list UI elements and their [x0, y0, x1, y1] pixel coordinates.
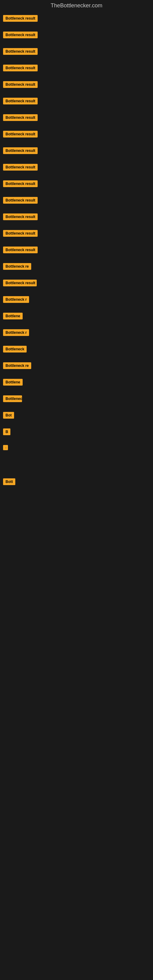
bottleneck-badge[interactable]: Bottleneck result: [3, 48, 38, 55]
list-item: Bottleneck result: [3, 161, 150, 178]
bottleneck-badge[interactable]: Bottleneck result: [3, 81, 38, 88]
list-item: Bottleneck result: [3, 79, 150, 95]
list-item: Bottlene: [3, 376, 150, 393]
list-item: Bottlene: [3, 310, 150, 327]
list-item: Bottleneck r: [3, 294, 150, 310]
blank-section: [3, 458, 150, 476]
list-item: Bottleneck result: [3, 13, 150, 29]
list-item: Bottleneck result: [3, 46, 150, 62]
list-item: Bottleneck result: [3, 112, 150, 128]
blank-section: [3, 492, 150, 584]
bottleneck-badge[interactable]: Bottleneck result: [3, 180, 38, 187]
list-item: Bottleneck result: [3, 194, 150, 211]
list-item: Bottleneck result: [3, 228, 150, 244]
bottleneck-badge[interactable]: Bottleneck result: [3, 15, 38, 22]
bottleneck-badge[interactable]: Bottleneck r: [3, 329, 29, 336]
list-item: Bottleneck result: [3, 244, 150, 261]
bottleneck-badge[interactable]: Bottleneck result: [3, 131, 38, 137]
list-item: B: [3, 426, 150, 442]
list-item: :: [3, 442, 150, 458]
bottleneck-badge[interactable]: Bottleneck result: [3, 98, 38, 105]
blank-section: [3, 676, 150, 768]
bottleneck-badge[interactable]: Bottleneck: [3, 346, 27, 353]
list-item: Bottleneck re: [3, 360, 150, 376]
blank-section: [3, 584, 150, 676]
bottleneck-badge[interactable]: Bottlene: [3, 379, 22, 385]
bottleneck-badge[interactable]: Bottleneck result: [3, 197, 38, 204]
bottleneck-badge[interactable]: Bottleneck result: [3, 230, 38, 237]
bottleneck-badge[interactable]: Bottleneck result: [3, 280, 37, 286]
bottleneck-badge[interactable]: Bottlene: [3, 313, 22, 320]
list-item: Bottleneck r: [3, 327, 150, 343]
bottleneck-badge[interactable]: Bott: [3, 478, 15, 485]
list-item: Bott: [3, 476, 150, 492]
list-item: Bottleneck result: [3, 277, 150, 294]
list-item: Bot: [3, 409, 150, 426]
list-item: Bottleneck: [3, 393, 150, 409]
list-item: Bottleneck result: [3, 29, 150, 46]
bottleneck-badge[interactable]: Bottleneck r: [3, 296, 29, 303]
list-item: Bottleneck result: [3, 95, 150, 112]
bottleneck-badge[interactable]: Bottleneck re: [3, 362, 31, 369]
site-title: TheBottlenecker.com: [3, 0, 150, 13]
list-item: Bottleneck: [3, 343, 150, 360]
bottleneck-badge[interactable]: Bottleneck result: [3, 247, 38, 253]
list-item: Bottleneck result: [3, 145, 150, 161]
list-item: Bottleneck re: [3, 261, 150, 277]
bottleneck-badge[interactable]: Bot: [3, 412, 14, 418]
bottleneck-badge[interactable]: B: [3, 428, 10, 435]
bottleneck-badge[interactable]: Bottleneck result: [3, 32, 38, 38]
list-item: Bottleneck result: [3, 128, 150, 145]
bottleneck-badge[interactable]: Bottleneck result: [3, 147, 38, 154]
bottleneck-badge[interactable]: Bottleneck result: [3, 65, 38, 72]
list-item: Bottleneck result: [3, 211, 150, 228]
bottleneck-badge[interactable]: Bottleneck result: [3, 114, 38, 121]
bottleneck-badge[interactable]: Bottleneck result: [3, 164, 38, 170]
bottleneck-badge[interactable]: :: [3, 445, 8, 450]
bottleneck-badge[interactable]: Bottleneck: [3, 395, 22, 402]
list-item: Bottleneck result: [3, 178, 150, 194]
list-item: Bottleneck result: [3, 62, 150, 79]
bottleneck-badge[interactable]: Bottleneck result: [3, 213, 38, 220]
bottleneck-badge[interactable]: Bottleneck re: [3, 263, 31, 270]
